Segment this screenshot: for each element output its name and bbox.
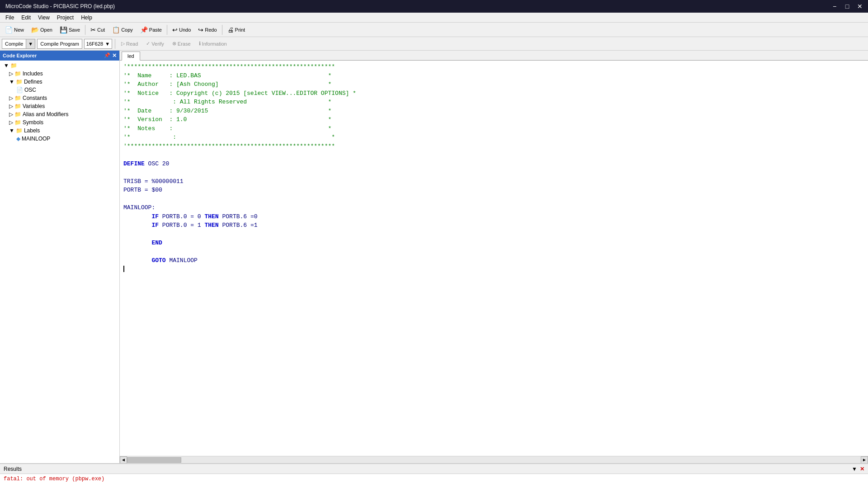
osc-icon: 📄	[16, 87, 23, 93]
menu-file[interactable]: File	[2, 14, 18, 22]
compile-program-dropdown[interactable]: Compile Program	[37, 39, 82, 49]
close-button[interactable]: ✕	[855, 2, 864, 11]
menu-help[interactable]: Help	[77, 14, 96, 22]
information-button[interactable]: ℹ Information	[196, 39, 230, 49]
code-define: DEFINE OSC 20	[123, 160, 169, 167]
results-close-icon[interactable]: ✕	[860, 466, 864, 472]
read-button[interactable]: ▷ Read	[118, 39, 141, 49]
defines-expand-icon: ▼	[9, 79, 14, 85]
tree-constants[interactable]: ▷ 📁 Constants	[0, 94, 119, 102]
code-editor[interactable]: '***************************************…	[120, 61, 868, 456]
tree-osc[interactable]: 📄 OSC	[0, 86, 119, 94]
tree-defines[interactable]: ▼ 📁 Defines	[0, 78, 119, 86]
sep1	[85, 25, 85, 35]
main-area: Code Explorer 📌 ✕ ▼ 📁 ▷ 📁 Includes	[0, 51, 868, 463]
root-collapse-icon: ▼	[4, 62, 9, 69]
new-button[interactable]: 📄 New	[2, 24, 27, 36]
erase-button[interactable]: ⊗ Erase	[169, 39, 194, 49]
print-icon: 🖨	[227, 26, 234, 33]
cut-icon: ✂	[90, 26, 96, 33]
results-panel: Results ▼ ✕ fatal: out of memory (pbpw.e…	[0, 463, 868, 488]
results-header: Results ▼ ✕	[0, 464, 868, 474]
paste-button[interactable]: 📌 Paste	[137, 24, 165, 36]
sidebar-header: Code Explorer 📌 ✕	[0, 51, 119, 61]
toolbar: 📄 New 📂 Open 💾 Save ✂ Cut 📋 Copy 📌 Paste…	[0, 23, 868, 37]
tab-led[interactable]: led	[122, 52, 140, 61]
menu-project[interactable]: Project	[53, 14, 77, 22]
symbols-expand-icon: ▷	[9, 119, 13, 126]
code-line-1: '***************************************…	[123, 63, 335, 70]
copy-button[interactable]: 📋 Copy	[109, 24, 136, 36]
read-icon: ▷	[121, 41, 125, 47]
sep4	[115, 39, 115, 49]
tree-labels[interactable]: ▼ 📁 Labels	[0, 127, 119, 135]
paste-icon: 📌	[140, 26, 148, 33]
cut-button[interactable]: ✂ Cut	[87, 24, 108, 36]
tab-led-label: led	[127, 53, 134, 59]
results-title: Results	[4, 466, 22, 472]
includes-folder-icon: 📁	[14, 70, 21, 77]
scroll-thumb[interactable]	[127, 457, 181, 463]
minimize-button[interactable]: −	[830, 2, 839, 11]
window-controls: − □ ✕	[830, 2, 864, 11]
symbols-folder-icon: 📁	[14, 119, 21, 126]
compile-program-label: Compile Program	[38, 41, 82, 47]
defines-label: Defines	[24, 79, 42, 85]
code-if-2: IF PORTB.0 = 1 THEN PORTB.6 =1	[123, 222, 258, 229]
defines-folder-icon: 📁	[16, 79, 23, 85]
new-icon: 📄	[5, 26, 13, 33]
code-trisb: TRISB = %00000011	[123, 178, 184, 185]
title-bar: MicroCode Studio - PICBASIC PRO (led.pbp…	[0, 0, 868, 13]
tree-mainloop[interactable]: ◆ MAINLOOP	[0, 135, 119, 143]
print-button[interactable]: 🖨 Print	[224, 24, 249, 36]
tree-symbols[interactable]: ▷ 📁 Symbols	[0, 118, 119, 127]
code-line-8: '* Notes : *	[123, 125, 331, 132]
save-button[interactable]: 💾 Save	[57, 24, 83, 36]
editor-area: led '***********************************…	[120, 51, 868, 463]
tree-alias[interactable]: ▷ 📁 Alias and Modifiers	[0, 110, 119, 118]
code-blank-1	[123, 151, 127, 158]
sidebar-pin-button[interactable]: 📌	[104, 52, 110, 59]
redo-button[interactable]: ↪ Redo	[195, 24, 220, 36]
sidebar: Code Explorer 📌 ✕ ▼ 📁 ▷ 📁 Includes	[0, 51, 120, 463]
code-line-10: '***************************************…	[123, 143, 335, 150]
symbols-label: Symbols	[23, 119, 43, 126]
results-content: fatal: out of memory (pbpw.exe)	[0, 474, 868, 488]
tree-variables[interactable]: ▷ 📁 Variables	[0, 102, 119, 110]
compile-dropdown[interactable]: Compile ▼	[2, 39, 35, 49]
horizontal-scrollbar[interactable]: ◄ ►	[120, 456, 868, 463]
compile-label: Compile	[2, 41, 26, 47]
undo-icon: ↩	[172, 26, 178, 33]
open-button[interactable]: 📂 Open	[28, 24, 56, 36]
tree: ▼ 📁 ▷ 📁 Includes ▼ 📁 Defines 📄	[0, 61, 119, 463]
sidebar-close-button[interactable]: ✕	[112, 52, 117, 59]
maximize-button[interactable]: □	[843, 2, 852, 11]
chip-arrow: ▼	[105, 41, 110, 47]
chip-value: 16F628	[86, 41, 103, 47]
constants-folder-icon: 📁	[14, 95, 21, 101]
sidebar-title: Code Explorer	[3, 53, 37, 58]
code-goto: GOTO MAINLOOP	[123, 257, 198, 264]
tree-includes[interactable]: ▷ 📁 Includes	[0, 70, 119, 78]
chip-selector[interactable]: 16F628 ▼	[84, 39, 112, 49]
scroll-right-button[interactable]: ►	[861, 456, 868, 464]
results-dropdown-icon[interactable]: ▼	[852, 466, 857, 472]
osc-label: OSC	[24, 87, 36, 93]
includes-label: Includes	[23, 70, 43, 77]
code-line-7: '* Version : 1.0 *	[123, 116, 331, 123]
menu-view[interactable]: View	[34, 14, 53, 22]
tab-bar: led	[120, 51, 868, 61]
alias-expand-icon: ▷	[9, 111, 13, 117]
compile-arrow[interactable]: ▼	[26, 39, 35, 48]
code-if-1: IF PORTB.0 = 0 THEN PORTB.6 =0	[123, 213, 258, 220]
menu-edit[interactable]: Edit	[18, 14, 34, 22]
scroll-left-button[interactable]: ◄	[120, 456, 127, 464]
verify-button[interactable]: ✓ Verify	[143, 39, 167, 49]
text-cursor	[123, 266, 124, 272]
root-folder-icon: 📁	[10, 62, 17, 69]
undo-button[interactable]: ↩ Undo	[169, 24, 194, 36]
code-blank-5	[123, 249, 127, 255]
results-header-controls: ▼ ✕	[852, 466, 864, 472]
code-portb-init: PORTB = $00	[123, 187, 162, 193]
scroll-track[interactable]	[127, 456, 861, 464]
